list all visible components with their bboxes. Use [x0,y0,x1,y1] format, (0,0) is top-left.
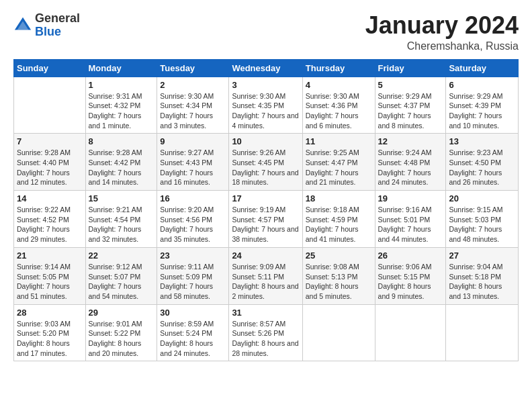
day-cell: 11Sunrise: 9:25 AMSunset: 4:47 PMDayligh… [302,134,375,191]
day-detail: Sunrise: 9:14 AMSunset: 5:05 PMDaylight:… [17,262,83,302]
day-number: 13 [449,136,515,146]
day-cell: 9Sunrise: 9:27 AMSunset: 4:43 PMDaylight… [157,134,229,191]
day-number: 7 [17,136,83,146]
logo-text: General Blue [35,12,80,39]
day-detail: Sunrise: 9:22 AMSunset: 4:52 PMDaylight:… [17,205,83,244]
day-cell: 4Sunrise: 9:30 AMSunset: 4:36 PMDaylight… [302,77,375,134]
day-cell [375,304,446,361]
day-cell: 1Sunrise: 9:31 AMSunset: 4:32 PMDaylight… [85,77,157,134]
title-block: January 2024 Cheremshanka, Russia [365,12,519,52]
day-number: 9 [160,136,226,146]
page: General Blue January 2024 Cheremshanka, … [0,0,532,411]
day-cell: 10Sunrise: 9:26 AMSunset: 4:45 PMDayligh… [229,134,302,191]
day-detail: Sunrise: 9:31 AMSunset: 4:32 PMDaylight:… [89,91,154,131]
day-detail: Sunrise: 9:30 AMSunset: 4:35 PMDaylight:… [232,91,299,131]
day-cell: 24Sunrise: 9:09 AMSunset: 5:11 PMDayligh… [229,247,302,304]
weekday-header-thursday: Thursday [302,59,375,77]
day-cell: 19Sunrise: 9:16 AMSunset: 5:01 PMDayligh… [375,191,446,248]
day-cell: 31Sunrise: 8:57 AMSunset: 5:26 PMDayligh… [229,304,302,361]
day-number: 23 [160,250,226,261]
day-number: 3 [232,80,299,90]
weekday-header-saturday: Saturday [446,59,519,77]
week-row-3: 14Sunrise: 9:22 AMSunset: 4:52 PMDayligh… [14,191,519,248]
day-cell: 5Sunrise: 9:29 AMSunset: 4:37 PMDaylight… [375,77,446,134]
week-row-5: 28Sunrise: 9:03 AMSunset: 5:20 PMDayligh… [14,304,519,361]
day-number: 1 [89,80,154,90]
title-month: January 2024 [365,12,519,39]
day-cell [14,77,86,134]
day-number: 27 [449,250,515,261]
day-number: 29 [89,308,154,318]
day-number: 31 [232,308,299,318]
day-detail: Sunrise: 9:29 AMSunset: 4:37 PMDaylight:… [378,91,443,131]
day-detail: Sunrise: 8:59 AMSunset: 5:24 PMDaylight:… [160,319,226,359]
day-cell: 26Sunrise: 9:06 AMSunset: 5:15 PMDayligh… [375,247,446,304]
week-row-1: 1Sunrise: 9:31 AMSunset: 4:32 PMDaylight… [14,77,519,134]
day-cell [446,304,519,361]
day-detail: Sunrise: 9:20 AMSunset: 4:56 PMDaylight:… [160,205,226,244]
day-detail: Sunrise: 9:09 AMSunset: 5:11 PMDaylight:… [232,262,299,302]
day-number: 24 [232,250,299,261]
day-cell: 20Sunrise: 9:15 AMSunset: 5:03 PMDayligh… [446,191,519,248]
day-cell: 29Sunrise: 9:01 AMSunset: 5:22 PMDayligh… [85,304,157,361]
logo: General Blue [13,12,80,39]
day-number: 19 [378,193,443,203]
day-detail: Sunrise: 9:01 AMSunset: 5:22 PMDaylight:… [89,319,154,359]
day-cell: 6Sunrise: 9:29 AMSunset: 4:39 PMDaylight… [446,77,519,134]
day-cell: 3Sunrise: 9:30 AMSunset: 4:35 PMDaylight… [229,77,302,134]
header: General Blue January 2024 Cheremshanka, … [13,12,519,52]
day-number: 10 [232,136,299,146]
day-number: 2 [160,80,226,90]
day-number: 21 [17,250,83,261]
day-cell: 16Sunrise: 9:20 AMSunset: 4:56 PMDayligh… [157,191,229,248]
day-cell: 27Sunrise: 9:04 AMSunset: 5:18 PMDayligh… [446,247,519,304]
day-number: 25 [306,250,372,261]
day-cell: 2Sunrise: 9:30 AMSunset: 4:34 PMDaylight… [157,77,229,134]
day-cell: 14Sunrise: 9:22 AMSunset: 4:52 PMDayligh… [14,191,86,248]
day-number: 5 [378,80,443,90]
day-cell: 22Sunrise: 9:12 AMSunset: 5:07 PMDayligh… [85,247,157,304]
day-detail: Sunrise: 9:03 AMSunset: 5:20 PMDaylight:… [17,319,83,359]
day-cell: 17Sunrise: 9:19 AMSunset: 4:57 PMDayligh… [229,191,302,248]
day-number: 8 [89,136,154,146]
day-number: 30 [160,308,226,318]
day-number: 18 [306,193,372,203]
day-number: 17 [232,193,299,203]
day-detail: Sunrise: 9:16 AMSunset: 5:01 PMDaylight:… [378,205,443,244]
day-number: 6 [449,80,515,90]
weekday-header-monday: Monday [85,59,157,77]
day-detail: Sunrise: 9:29 AMSunset: 4:39 PMDaylight:… [449,91,515,131]
day-detail: Sunrise: 9:08 AMSunset: 5:13 PMDaylight:… [306,262,372,302]
day-cell: 25Sunrise: 9:08 AMSunset: 5:13 PMDayligh… [302,247,375,304]
day-cell: 23Sunrise: 9:11 AMSunset: 5:09 PMDayligh… [157,247,229,304]
day-number: 26 [378,250,443,261]
day-cell: 12Sunrise: 9:24 AMSunset: 4:48 PMDayligh… [375,134,446,191]
weekday-header-friday: Friday [375,59,446,77]
day-cell [302,304,375,361]
week-row-4: 21Sunrise: 9:14 AMSunset: 5:05 PMDayligh… [14,247,519,304]
weekday-header-tuesday: Tuesday [157,59,229,77]
day-detail: Sunrise: 9:15 AMSunset: 5:03 PMDaylight:… [449,205,515,244]
day-cell: 13Sunrise: 9:23 AMSunset: 4:50 PMDayligh… [446,134,519,191]
day-number: 22 [89,250,154,261]
day-detail: Sunrise: 9:24 AMSunset: 4:48 PMDaylight:… [378,148,443,187]
day-number: 14 [17,193,83,203]
day-cell: 7Sunrise: 9:28 AMSunset: 4:40 PMDaylight… [14,134,86,191]
day-detail: Sunrise: 9:30 AMSunset: 4:34 PMDaylight:… [160,91,226,131]
day-number: 15 [89,193,154,203]
day-detail: Sunrise: 9:30 AMSunset: 4:36 PMDaylight:… [306,91,372,131]
day-detail: Sunrise: 9:11 AMSunset: 5:09 PMDaylight:… [160,262,226,302]
weekday-header-sunday: Sunday [14,59,86,77]
logo-icon [13,16,32,35]
day-detail: Sunrise: 9:27 AMSunset: 4:43 PMDaylight:… [160,148,226,187]
day-detail: Sunrise: 9:25 AMSunset: 4:47 PMDaylight:… [306,148,372,187]
week-row-2: 7Sunrise: 9:28 AMSunset: 4:40 PMDaylight… [14,134,519,191]
calendar-table: SundayMondayTuesdayWednesdayThursdayFrid… [13,59,519,362]
day-number: 12 [378,136,443,146]
day-detail: Sunrise: 9:12 AMSunset: 5:07 PMDaylight:… [89,262,154,302]
day-detail: Sunrise: 9:18 AMSunset: 4:59 PMDaylight:… [306,205,372,244]
day-number: 16 [160,193,226,203]
title-location: Cheremshanka, Russia [365,40,519,52]
day-cell: 8Sunrise: 9:28 AMSunset: 4:42 PMDaylight… [85,134,157,191]
day-detail: Sunrise: 9:21 AMSunset: 4:54 PMDaylight:… [89,205,154,244]
